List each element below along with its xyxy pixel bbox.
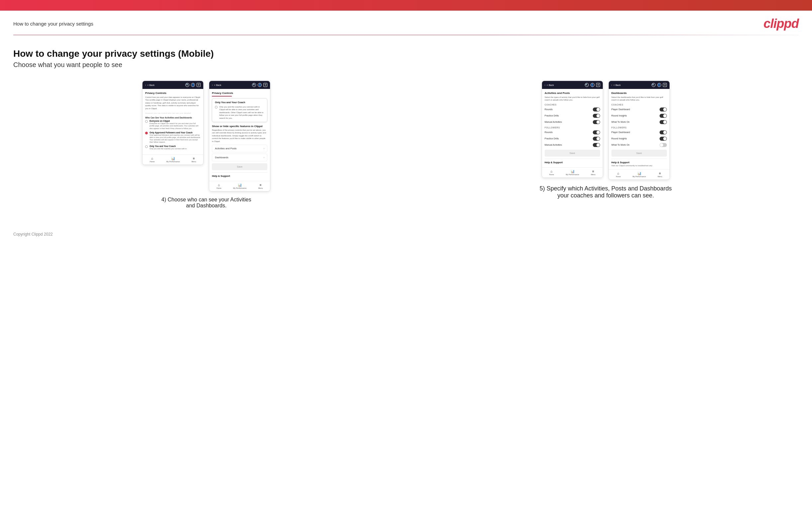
screen1-nav-icons: 🔍 👤 ⚙ <box>185 83 201 87</box>
search-icon[interactable]: 🔍 <box>585 83 589 87</box>
screen4-nav-performance[interactable]: 📊 My Performance <box>633 172 646 177</box>
screen4-followers-insights[interactable]: Round Insights <box>611 136 667 142</box>
screen4-back-button[interactable]: ‹ < Back <box>611 84 621 86</box>
screen1-section-text: Control how you and your data appears to… <box>145 96 201 110</box>
screen4-save-button[interactable]: Save <box>611 150 667 157</box>
screenshots-layout: ‹ < Back 🔍 👤 ⚙ Privacy Controls Control … <box>13 80 799 209</box>
screen2-popup-title: Only You and Your Coach <box>215 101 264 104</box>
toggle-coaches-work[interactable] <box>660 120 667 124</box>
screen1-back-button[interactable]: ‹ < Back <box>145 84 154 86</box>
screen3-followers-drills[interactable]: Practice Drills <box>545 136 600 142</box>
screen3-bottom-nav: ⌂ Home 📊 My Performance ≡ Menu <box>542 167 603 177</box>
profile-icon[interactable]: 👤 <box>191 83 195 87</box>
screen4-bottom-nav: ⌂ Home 📊 My Performance ≡ Menu <box>609 169 669 179</box>
performance-icon: 📊 <box>171 157 175 160</box>
screen1-option-2[interactable]: Only Approved Followers and Your Coach O… <box>145 131 201 144</box>
caption-left: 4) Choose who can see your Activities an… <box>156 197 256 209</box>
screen4-coaches-label: COACHES <box>611 104 667 106</box>
screen3-back-button[interactable]: ‹ < Back <box>545 84 554 86</box>
screen4-body: Dashboards Select the dashboards that yo… <box>609 89 669 169</box>
screen2-tab[interactable]: Privacy Controls <box>212 92 267 95</box>
screen-4: ‹ < Back 🔍 👤 ⚙ Dashboards Select the das… <box>608 80 670 180</box>
screen1-option-1[interactable]: Everyone on Clippd Everyone on Clippd ca… <box>145 120 201 129</box>
profile-icon[interactable]: 👤 <box>591 83 595 87</box>
screen3-help: Help & Support <box>545 159 600 164</box>
settings-icon[interactable]: ⚙ <box>663 83 667 87</box>
screen-pair-left: ‹ < Back 🔍 👤 ⚙ Privacy Controls Control … <box>142 80 270 191</box>
popup-radio[interactable] <box>215 106 217 109</box>
toggle-followers-player[interactable] <box>660 130 667 134</box>
screen2-bottom-nav: ⌂ Home 📊 My Performance ≡ Menu <box>209 181 270 191</box>
radio-2[interactable] <box>145 132 148 134</box>
screen2-save-button[interactable]: Save <box>212 163 267 170</box>
screen1-nav-menu[interactable]: ≡ Menu <box>192 157 196 163</box>
screen1-nav: ‹ < Back 🔍 👤 ⚙ <box>143 81 203 89</box>
radio-1[interactable] <box>145 120 148 123</box>
screen4-nav-menu[interactable]: ≡ Menu <box>658 172 662 177</box>
performance-icon: 📊 <box>238 183 242 187</box>
screen4-followers-player[interactable]: Player Dashboard <box>611 130 667 135</box>
toggle-coaches-insights[interactable] <box>660 114 667 118</box>
toggle-followers-manual[interactable] <box>593 143 600 147</box>
toggle-coaches-manual[interactable] <box>593 120 600 124</box>
screen3-save-button[interactable]: Save <box>545 150 600 157</box>
screen2-help: Help & Support <box>212 172 267 177</box>
profile-icon[interactable]: 👤 <box>258 83 262 87</box>
screen-2: ‹ < Back 🔍 👤 ⚙ Privacy Controls <box>209 80 270 191</box>
home-icon: ⌂ <box>551 170 553 173</box>
toggle-followers-rounds[interactable] <box>593 130 600 134</box>
screen2-back-button[interactable]: ‹ < Back <box>212 84 221 86</box>
toggle-coaches-player[interactable] <box>660 108 667 111</box>
screen3-nav-home[interactable]: ⌂ Home <box>549 170 554 175</box>
search-icon[interactable]: 🔍 <box>652 83 656 87</box>
screen4-help: Help & Support Visit our Clippd communit… <box>611 159 667 167</box>
screen-3: ‹ < Back 🔍 👤 ⚙ Activities and Posts Sele… <box>542 80 603 178</box>
screen4-coaches-player[interactable]: Player Dashboard <box>611 107 667 112</box>
screen3-coaches-label: COACHES <box>545 104 600 106</box>
screen3-followers-rounds[interactable]: Rounds <box>545 130 600 135</box>
home-icon: ⌂ <box>218 183 220 187</box>
settings-icon[interactable]: ⚙ <box>596 83 600 87</box>
screen3-nav-performance[interactable]: 📊 My Performance <box>566 170 579 175</box>
screen3-coaches-manual[interactable]: Manual Activities <box>545 119 600 125</box>
screen4-coaches-work[interactable]: What To Work On <box>611 119 667 125</box>
screen2-popup: Only You and Your Coach Only you and the… <box>212 98 267 122</box>
screen2-nav: ‹ < Back 🔍 👤 ⚙ <box>209 81 270 89</box>
screen4-nav-home[interactable]: ⌂ Home <box>616 172 621 177</box>
screen2-activities-link[interactable]: Activities and Posts › <box>212 145 267 152</box>
screen1-option-3[interactable]: Only You and Your Coach Only you and the… <box>145 145 201 150</box>
toggle-followers-insights[interactable] <box>660 137 667 141</box>
performance-icon: 📊 <box>570 170 574 173</box>
screen3-nav-menu[interactable]: ≡ Menu <box>591 170 596 175</box>
screen3-coaches-rounds[interactable]: Rounds <box>545 107 600 112</box>
screen2-body: Privacy Controls Only You and Your Coach… <box>209 89 270 181</box>
toggle-followers-drills[interactable] <box>593 137 600 141</box>
profile-icon[interactable]: 👤 <box>657 83 661 87</box>
settings-icon[interactable]: ⚙ <box>263 83 267 87</box>
top-bar <box>0 0 812 11</box>
toggle-followers-work[interactable] <box>660 143 667 147</box>
screen2-nav-home[interactable]: ⌂ Home <box>216 183 221 189</box>
screen2-nav-performance[interactable]: 📊 My Performance <box>233 183 246 189</box>
screen1-nav-performance[interactable]: 📊 My Performance <box>166 157 180 163</box>
screen4-followers-label: FOLLOWERS <box>611 126 667 129</box>
settings-icon[interactable]: ⚙ <box>197 83 201 87</box>
search-icon[interactable]: 🔍 <box>185 83 189 87</box>
screen4-followers-work[interactable]: What To Work On <box>611 143 667 148</box>
toggle-coaches-drills[interactable] <box>593 114 600 118</box>
screen2-dashboards-link[interactable]: Dashboards › <box>212 154 267 161</box>
screen3-followers-manual[interactable]: Manual Activities <box>545 143 600 148</box>
toggle-coaches-rounds[interactable] <box>593 108 600 111</box>
page-heading: How to change your privacy settings (Mob… <box>13 48 799 59</box>
screen1-blurred: However you can control who can see your… <box>145 112 201 114</box>
search-icon[interactable]: 🔍 <box>252 83 256 87</box>
screen3-followers-label: FOLLOWERS <box>545 126 600 129</box>
screen3-coaches-drills[interactable]: Practice Drills <box>545 113 600 118</box>
screen2-nav-menu[interactable]: ≡ Menu <box>258 183 263 189</box>
radio-3[interactable] <box>145 145 148 148</box>
home-icon: ⌂ <box>617 172 619 175</box>
screen2-tab-underline <box>212 96 232 97</box>
screen3-nav-icons: 🔍 👤 ⚙ <box>585 83 600 87</box>
screen4-coaches-insights[interactable]: Round Insights <box>611 113 667 118</box>
screen1-nav-home[interactable]: ⌂ Home <box>150 157 155 163</box>
